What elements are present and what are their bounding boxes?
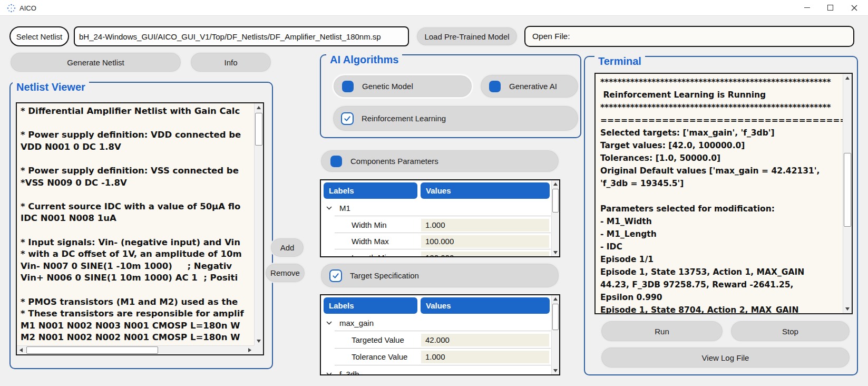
scroll-down-icon[interactable]	[552, 249, 559, 256]
netlist-path-input[interactable]	[74, 26, 409, 46]
targets-next-group-label: f_3db	[339, 370, 359, 375]
target-specification-label: Target Specification	[350, 271, 419, 280]
netlist-viewer-title: Netlist Viewer	[13, 81, 89, 93]
maximize-button[interactable]	[818, 0, 842, 15]
terminal-text: ****************************************…	[596, 74, 843, 313]
netlist-hscroll-thumb[interactable]	[26, 346, 158, 354]
netlist-viewer-panel: Netlist Viewer * Differential Amplifier …	[9, 82, 273, 369]
components-parameters-toggle[interactable]: Components Parameters	[320, 149, 560, 173]
generative-ai-checkbox[interactable]	[489, 81, 501, 92]
target-value-cell[interactable]: 1.000	[421, 351, 549, 363]
scroll-left-icon[interactable]	[17, 346, 25, 354]
reinforcement-learning-checkbox[interactable]	[341, 112, 354, 125]
maximize-icon	[827, 5, 833, 11]
ai-algorithms-panel: AI Algorithms Genetic Model Generative A…	[320, 54, 581, 138]
terminal-scrollbar[interactable]	[843, 74, 852, 313]
chevron-down-icon[interactable]	[326, 321, 332, 325]
reinforcement-learning-label: Reinforcement Learning	[362, 114, 446, 123]
stop-label: Stop	[782, 327, 798, 336]
components-parameters-label: Components Parameters	[350, 157, 438, 166]
params-header-values: Values	[421, 182, 550, 199]
generate-netlist-button[interactable]: Generate Netlist	[9, 52, 182, 73]
generative-ai-label: Generative AI	[509, 82, 557, 91]
param-value-cell[interactable]: 1.000	[421, 219, 549, 231]
netlist-horizontal-scrollbar[interactable]	[17, 345, 254, 354]
ai-algorithms-title: AI Algorithms	[326, 53, 402, 66]
components-parameters-table: Labels Values M1 Width Min 1.000 Width M…	[320, 179, 560, 257]
check-icon	[343, 114, 352, 123]
run-button[interactable]: Run	[600, 320, 724, 342]
target-value-cell[interactable]: 42.000	[421, 334, 549, 346]
view-log-file-button[interactable]: View Log File	[600, 346, 851, 369]
params-group-label: M1	[339, 204, 350, 213]
minimize-button[interactable]	[795, 0, 818, 15]
targets-table-scrollbar[interactable]	[551, 295, 559, 374]
netlist-vscroll-thumb[interactable]	[255, 113, 262, 146]
params-header-labels: Labels	[324, 182, 417, 199]
scroll-up-icon[interactable]	[552, 180, 559, 188]
window-title: AICO	[19, 4, 36, 12]
terminal-text-area[interactable]: ****************************************…	[594, 73, 853, 314]
add-label: Add	[280, 243, 295, 252]
targets-group-label: max_gain	[339, 319, 374, 327]
reinforcement-learning-toggle[interactable]: Reinforcement Learning	[332, 105, 579, 132]
param-value-cell[interactable]: 100.000	[421, 235, 549, 248]
run-label: Run	[655, 327, 669, 336]
params-group-row[interactable]: M1	[321, 201, 551, 215]
select-netlist-button[interactable]: Select Netlist	[9, 26, 69, 46]
info-button[interactable]: Info	[190, 52, 272, 73]
targets-scroll-thumb[interactable]	[552, 304, 559, 330]
terminal-panel: Terminal *******************************…	[584, 56, 858, 375]
scroll-down-icon[interactable]	[255, 337, 263, 345]
open-file-field[interactable]: Open File:	[524, 26, 854, 47]
select-netlist-label: Select Netlist	[16, 32, 63, 41]
components-parameters-checkbox[interactable]	[330, 156, 342, 167]
targets-header-labels: Labels	[324, 297, 417, 314]
netlist-text-area[interactable]: * Differential Amplifier Netlist with Ga…	[16, 102, 264, 355]
scroll-up-icon[interactable]	[255, 103, 263, 112]
close-button[interactable]	[843, 0, 866, 15]
scrollbar-corner	[254, 345, 263, 354]
terminal-scroll-thumb[interactable]	[844, 153, 851, 227]
target-specification-checkbox[interactable]	[329, 269, 342, 282]
netlist-text: * Differential Amplifier Netlist with Ga…	[17, 103, 254, 345]
load-pretrained-model-label: Load Pre-Trained Model	[424, 32, 509, 41]
remove-label: Remove	[270, 268, 300, 277]
targets-header-values: Values	[421, 297, 550, 314]
scroll-down-icon[interactable]	[843, 305, 852, 313]
param-value-cell[interactable]: 180.000	[421, 252, 549, 257]
terminal-title: Terminal	[594, 55, 645, 67]
scroll-up-icon[interactable]	[552, 295, 559, 303]
info-label: Info	[224, 58, 237, 67]
genetic-model-checkbox[interactable]	[342, 81, 354, 92]
open-file-label: Open File:	[532, 32, 570, 41]
scroll-right-icon[interactable]	[246, 346, 254, 354]
title-bar: AICO	[0, 0, 868, 16]
close-icon	[851, 5, 857, 11]
genetic-model-label: Genetic Model	[362, 82, 413, 91]
params-table-scrollbar[interactable]	[551, 180, 559, 256]
load-pretrained-model-button[interactable]: Load Pre-Trained Model	[416, 26, 518, 46]
generative-ai-toggle[interactable]: Generative AI	[480, 74, 579, 99]
targets-group-row[interactable]: max_gain	[321, 316, 551, 330]
check-icon	[331, 272, 340, 280]
targets-next-group-row[interactable]: f_3db	[321, 367, 551, 375]
params-scroll-thumb[interactable]	[552, 189, 559, 213]
netlist-vertical-scrollbar[interactable]	[254, 103, 263, 345]
remove-button[interactable]: Remove	[265, 263, 306, 283]
stop-button[interactable]: Stop	[730, 320, 851, 342]
generate-netlist-label: Generate Netlist	[67, 58, 124, 67]
scroll-down-icon[interactable]	[552, 367, 559, 374]
add-button[interactable]: Add	[270, 237, 305, 258]
target-specification-table: Labels Values max_gain Targeted Value 42…	[320, 294, 560, 375]
target-specification-toggle[interactable]: Target Specification	[320, 263, 560, 288]
scroll-up-icon[interactable]	[843, 74, 852, 82]
minimize-icon	[804, 7, 810, 8]
chevron-down-icon[interactable]	[326, 372, 332, 375]
view-log-file-label: View Log File	[702, 353, 749, 362]
chevron-down-icon[interactable]	[326, 206, 332, 210]
app-logo-icon	[7, 4, 16, 13]
genetic-model-toggle[interactable]: Genetic Model	[332, 74, 473, 99]
